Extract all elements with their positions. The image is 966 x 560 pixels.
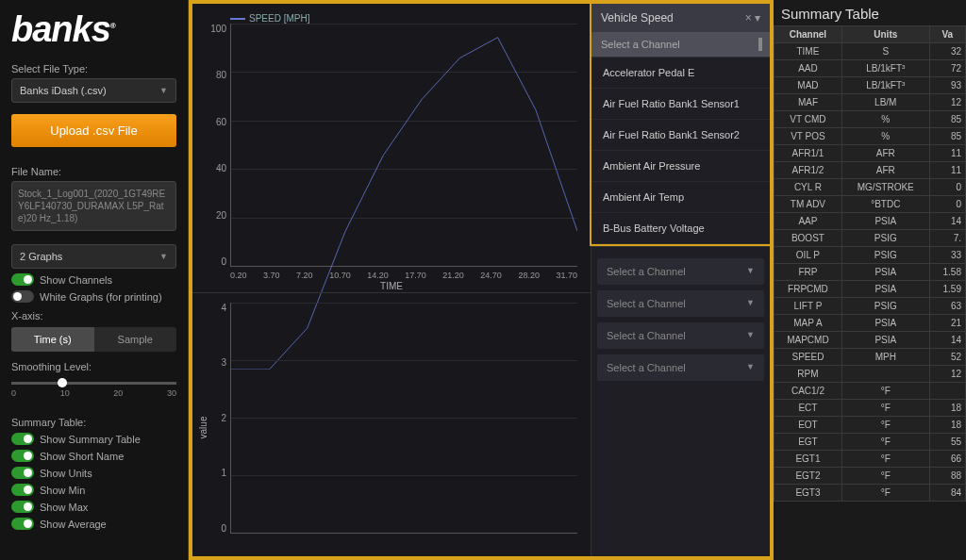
chevron-down-icon: ▼ [159, 252, 168, 261]
toggle-min[interactable]: Show Min [11, 484, 176, 496]
table-row[interactable]: FRPCMDPSIA1.59 [774, 281, 966, 298]
toggle-max[interactable]: Show Max [11, 501, 176, 513]
table-row[interactable]: AFR1/2AFR11 [774, 162, 966, 179]
chart1-x-label: TIME [202, 281, 581, 291]
filename-value: Stock_1_Log001_(2020_1GT49REY6LF140730_D… [11, 181, 176, 231]
filename-label: File Name: [11, 166, 176, 177]
table-row[interactable]: FRPPSIA1.58 [774, 264, 966, 281]
chart1-legend: SPEED [MPH] [230, 13, 581, 24]
table-row[interactable]: EOT°F18 [774, 417, 966, 434]
table-row[interactable]: EGT°F55 [774, 434, 966, 451]
xaxis-segment[interactable]: Time (s) Sample [11, 327, 176, 352]
sidebar: banks® Select File Type: Banks iDash (.c… [0, 0, 189, 560]
channel-option[interactable]: Air Fuel Ratio Bank1 Sensor1 [591, 89, 770, 120]
table-row[interactable]: OIL PPSIG33 [774, 247, 966, 264]
table-row[interactable]: MAP APSIA21 [774, 315, 966, 332]
channel-panel: Vehicle Speed × ▾ Select a Channel Accel… [591, 4, 770, 556]
col-channel: Channel [774, 26, 842, 43]
toggle-short-name[interactable]: Show Short Name [11, 450, 176, 462]
graph-count-select[interactable]: 2 Graphs▼ [11, 244, 176, 269]
chart1-x-ticks: 0.20 3.70 7.20 10.70 14.20 17.70 21.20 2… [230, 271, 577, 280]
channel-select[interactable]: Select a Channel▼ [597, 258, 764, 285]
table-row[interactable]: CAC1/2°F [774, 383, 966, 400]
toggle-units[interactable]: Show Units [11, 467, 176, 479]
table-row[interactable]: SPEEDMPH52 [774, 349, 966, 366]
chart1-y-ticks: 100 80 60 40 20 0 [202, 24, 226, 267]
table-row[interactable]: CYL RMG/STROKE0 [774, 179, 966, 196]
table-row[interactable]: ECT°F18 [774, 400, 966, 417]
channel-option[interactable]: Ambient Air Pressure [591, 151, 770, 182]
upload-button[interactable]: Upload .csv File [11, 114, 176, 147]
table-row[interactable]: VT CMD%85 [774, 111, 966, 128]
channel-search[interactable]: Select a Channel [591, 32, 770, 58]
channel-option[interactable]: Accelerator Pedal E [591, 58, 770, 89]
smoothing-ticks: 0 10 20 30 [11, 388, 176, 398]
toggle-summary-table[interactable]: Show Summary Table [11, 433, 176, 445]
table-row[interactable]: EGT2°F88 [774, 468, 966, 485]
channel-select[interactable]: Select a Channel▼ [597, 322, 764, 349]
toggle-show-channels[interactable]: Show Channels [11, 273, 176, 286]
channel-select[interactable]: Select a Channel▼ [597, 290, 764, 317]
table-row[interactable]: EGT3°F84 [774, 485, 966, 502]
file-type-select[interactable]: Banks iDash (.csv)▼ [11, 78, 176, 103]
table-row[interactable]: MAPCMDPSIA14 [774, 332, 966, 349]
chart2-y-ticks: 4 3 2 1 0 [202, 303, 226, 534]
xaxis-time[interactable]: Time (s) [11, 327, 94, 352]
channel-dropdown: Vehicle Speed × ▾ Select a Channel Accel… [590, 2, 772, 246]
col-value: Va [929, 26, 965, 43]
file-type-label: Select File Type: [11, 63, 176, 74]
summary-table: Channel Units Va TIMES32AADLB/1kFT³72MAD… [774, 25, 966, 502]
toggle-avg[interactable]: Show Average [11, 518, 176, 530]
summary-table-label: Summary Table: [11, 417, 176, 428]
chart1-plot[interactable] [230, 24, 577, 267]
table-row[interactable]: TIMES32 [774, 43, 966, 60]
table-row[interactable]: AAPPSIA14 [774, 213, 966, 230]
table-row[interactable]: MAFLB/M12 [774, 94, 966, 111]
smoothing-label: Smoothing Level: [11, 361, 176, 372]
chart-2: value 4 3 2 1 0 [192, 292, 591, 556]
chart2-plot[interactable] [230, 303, 577, 534]
table-row[interactable]: AADLB/1kFT³72 [774, 60, 966, 77]
channel-panel-bottom: Select a Channel▼ Select a Channel▼ Sele… [591, 246, 770, 556]
table-row[interactable]: AFR1/1AFR11 [774, 145, 966, 162]
col-units: Units [841, 26, 929, 43]
table-row[interactable]: MADLB/1kFT³93 [774, 77, 966, 94]
table-row[interactable]: EGT1°F66 [774, 451, 966, 468]
xaxis-label: X-axis: [11, 310, 176, 321]
channel-select[interactable]: Select a Channel▼ [597, 354, 764, 381]
channel-option[interactable]: B-Bus Battery Voltage [591, 213, 770, 244]
summary-title: Summary Table [774, 0, 966, 25]
chart-1: SPEED [MPH] 100 80 60 40 20 0 [192, 4, 591, 292]
table-row[interactable]: BOOSTPSIG7. [774, 230, 966, 247]
channel-header[interactable]: Vehicle Speed × ▾ [591, 4, 770, 32]
summary-panel: Summary Table Channel Units Va TIMES32AA… [774, 0, 966, 560]
channel-option[interactable]: Air Fuel Ratio Bank1 Sensor2 [591, 120, 770, 151]
toggle-white-graphs[interactable]: White Graphs (for printing) [11, 290, 176, 303]
table-row[interactable]: VT POS%85 [774, 128, 966, 145]
smoothing-slider[interactable] [11, 382, 176, 385]
close-icon[interactable]: × ▾ [745, 11, 760, 25]
logo: banks® [11, 9, 176, 50]
table-row[interactable]: LIFT PPSIG63 [774, 298, 966, 315]
xaxis-sample[interactable]: Sample [94, 327, 177, 352]
channel-option[interactable]: Ambient Air Temp [591, 182, 770, 213]
table-row[interactable]: RPM12 [774, 366, 966, 383]
table-row[interactable]: TM ADV°BTDC0 [774, 196, 966, 213]
chevron-down-icon: ▼ [159, 86, 168, 95]
main-highlighted: SPEED [MPH] 100 80 60 40 20 0 [189, 0, 774, 560]
